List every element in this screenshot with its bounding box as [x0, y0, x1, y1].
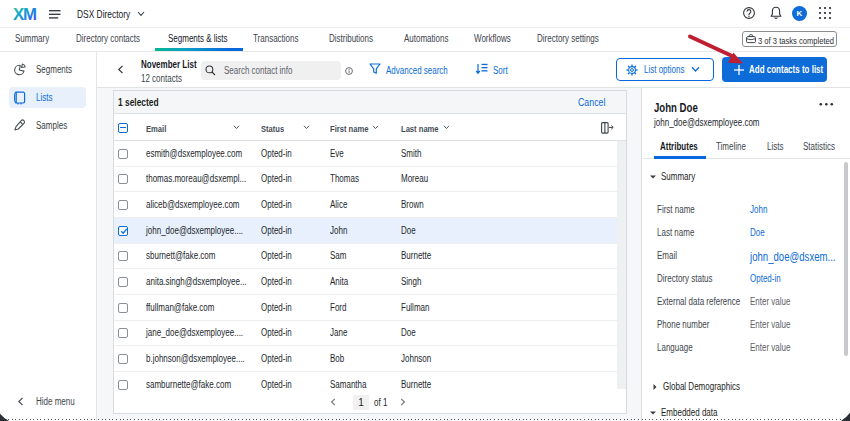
svg-text:XM: XM	[13, 6, 36, 23]
